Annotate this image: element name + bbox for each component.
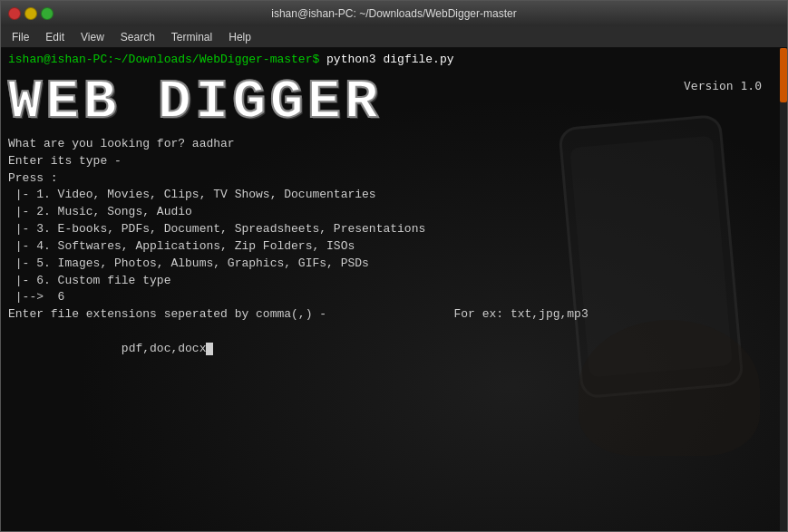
maximize-button[interactable] <box>41 7 54 20</box>
output-line-3: Press : <box>8 170 780 188</box>
terminal-window: ishan@ishan-PC: ~/Downloads/WebDigger-ma… <box>0 0 788 532</box>
input-prefix: pdf,doc,docx <box>64 342 206 355</box>
output-line-9: |- 6. Custom file type <box>8 273 780 290</box>
version-text: Version 1.0 <box>684 74 780 95</box>
output-line-5: |- 2. Music, Songs, Audio <box>8 204 780 221</box>
menubar: File Edit View Search Terminal Help <box>1 26 787 48</box>
prompt-text: ishan@ishan-PC:~/Downloads/WebDigger-mas… <box>8 53 319 66</box>
output-line-12: Enter file extensions seperated by comma… <box>8 306 780 324</box>
app-title-row: WEB DIGGER Version 1.0 <box>8 74 780 131</box>
close-button[interactable] <box>8 7 21 20</box>
output-line-7: |- 4. Softwares, Applications, Zip Folde… <box>8 238 780 256</box>
menu-file[interactable]: File <box>5 29 36 45</box>
output-line-0: What are you looking for? aadhar <box>8 136 780 153</box>
output-line-10: |--> 6 <box>8 289 780 306</box>
window-controls <box>8 7 54 20</box>
menu-search[interactable]: Search <box>113 29 162 45</box>
terminal-content: ishan@ishan-PC:~/Downloads/WebDigger-mas… <box>1 48 787 379</box>
menu-view[interactable]: View <box>73 29 112 45</box>
output-line-8: |- 5. Images, Photos, Albums, Graphics, … <box>8 256 780 273</box>
window-title: ishan@ishan-PC: ~/Downloads/WebDigger-ma… <box>54 7 734 20</box>
menu-terminal[interactable]: Terminal <box>164 29 219 45</box>
prompt-line: ishan@ishan-PC:~/Downloads/WebDigger-mas… <box>8 52 780 69</box>
menu-help[interactable]: Help <box>221 29 258 45</box>
menu-edit[interactable]: Edit <box>38 29 72 45</box>
output-line-13: pdf,doc,docx <box>8 324 780 375</box>
terminal-body[interactable]: ishan@ishan-PC:~/Downloads/WebDigger-mas… <box>1 48 787 531</box>
output-line-2: Enter its type - <box>8 153 780 170</box>
titlebar: ishan@ishan-PC: ~/Downloads/WebDigger-ma… <box>1 1 787 26</box>
app-title: WEB DIGGER <box>8 74 382 131</box>
output-line-4: |- 1. Video, Movies, Clips, TV Shows, Do… <box>8 187 780 204</box>
output-line-6: |- 3. E-books, PDFs, Document, Spreadshe… <box>8 221 780 238</box>
minimize-button[interactable] <box>24 7 37 20</box>
command-text: python3 digfile.py <box>319 53 453 66</box>
cursor <box>206 343 213 355</box>
